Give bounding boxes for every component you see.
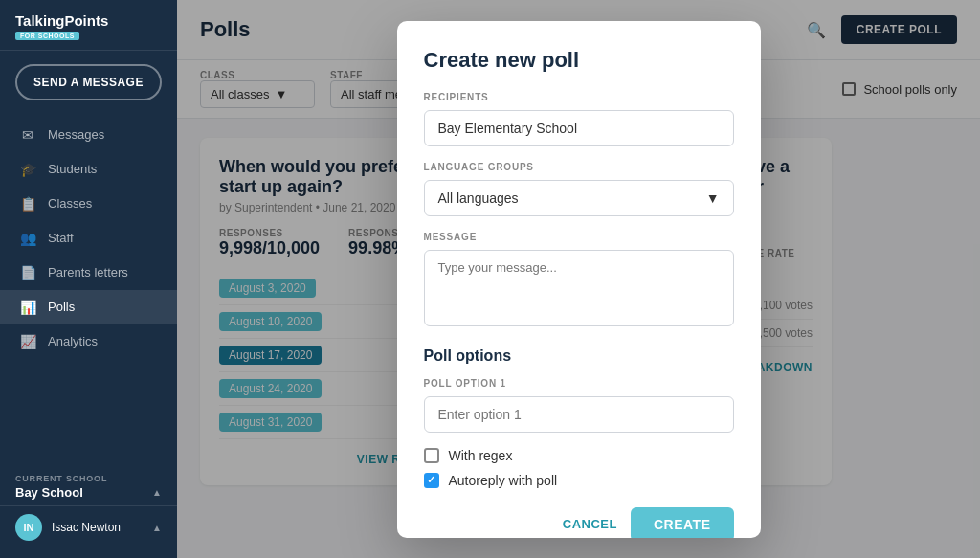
sidebar-label-messages: Messages xyxy=(48,127,104,142)
language-select[interactable]: All languages ▼ xyxy=(424,180,734,216)
create-button[interactable]: CREATE xyxy=(631,507,734,538)
sidebar-label-students: Students xyxy=(48,162,97,176)
recipients-label: RECIPIENTS xyxy=(424,92,734,102)
logo-sub: FOR SCHOOLS xyxy=(15,32,79,40)
user-row[interactable]: IN Issac Newton ▲ xyxy=(0,505,177,548)
sidebar-label-classes: Classes xyxy=(48,196,92,211)
sidebar-nav: ✉ Messages 🎓 Students 📋 Classes 👥 Staff … xyxy=(0,114,177,458)
students-icon: 🎓 xyxy=(19,162,36,177)
sidebar: TalkingPoints FOR SCHOOLS SEND A MESSAGE… xyxy=(0,0,177,558)
modal-overlay: Create new poll RECIPIENTS Bay Elementar… xyxy=(177,0,980,558)
sidebar-item-messages[interactable]: ✉ Messages xyxy=(0,118,177,152)
cancel-button[interactable]: CANCEL xyxy=(563,517,617,531)
autoreply-checkbox[interactable] xyxy=(424,473,439,488)
language-label: LANGUAGE GROUPS xyxy=(424,162,734,172)
poll-option-1-label: POLL OPTION 1 xyxy=(424,378,734,389)
modal-title: Create new poll xyxy=(424,48,734,73)
current-school-name[interactable]: Bay School ▲ xyxy=(0,485,177,505)
sidebar-item-classes[interactable]: 📋 Classes xyxy=(0,187,177,221)
school-chevron-icon: ▲ xyxy=(152,487,162,498)
logo-brand: TalkingPoints xyxy=(15,13,108,30)
sidebar-item-parents-letters[interactable]: 📄 Parents letters xyxy=(0,256,177,290)
message-label: MESSAGE xyxy=(424,232,734,242)
recipients-field[interactable]: Bay Elementary School xyxy=(424,110,734,146)
user-chevron-icon: ▲ xyxy=(152,523,162,533)
language-group: LANGUAGE GROUPS All languages ▼ xyxy=(424,162,734,216)
sidebar-item-students[interactable]: 🎓 Students xyxy=(0,152,177,187)
modal-footer: CANCEL CREATE xyxy=(424,507,734,538)
sidebar-label-parents-letters: Parents letters xyxy=(48,265,128,279)
sidebar-footer: CURRENT SCHOOL Bay School ▲ IN Issac New… xyxy=(0,458,177,558)
polls-icon: 📊 xyxy=(19,300,36,315)
message-textarea[interactable] xyxy=(424,250,734,326)
analytics-icon: 📈 xyxy=(19,334,36,349)
sidebar-label-staff: Staff xyxy=(48,231,74,245)
with-regex-row: With regex xyxy=(424,448,734,463)
message-group: MESSAGE xyxy=(424,232,734,330)
with-regex-checkbox[interactable] xyxy=(424,448,439,463)
send-message-button[interactable]: SEND A MESSAGE xyxy=(15,64,162,100)
poll-option-1-group: POLL OPTION 1 xyxy=(424,378,734,433)
language-chevron-icon: ▼ xyxy=(706,190,720,206)
recipients-group: RECIPIENTS Bay Elementary School xyxy=(424,92,734,146)
sidebar-item-staff[interactable]: 👥 Staff xyxy=(0,221,177,256)
with-regex-label: With regex xyxy=(449,448,513,463)
autoreply-row: Autoreply with poll xyxy=(424,473,734,488)
poll-option-1-input[interactable] xyxy=(424,396,734,433)
autoreply-label: Autoreply with poll xyxy=(449,473,558,488)
avatar: IN xyxy=(15,514,42,541)
main-content: Polls 🔍 CREATE POLL CLASS All classes ▼ … xyxy=(177,0,980,558)
sidebar-item-polls[interactable]: 📊 Polls xyxy=(0,290,177,324)
current-school-label: CURRENT SCHOOL xyxy=(0,468,177,485)
sidebar-logo: TalkingPoints FOR SCHOOLS xyxy=(0,0,177,51)
parents-letters-icon: 📄 xyxy=(19,265,36,280)
poll-options-heading: Poll options xyxy=(424,347,734,365)
language-value: All languages xyxy=(438,190,519,206)
sidebar-label-polls: Polls xyxy=(48,300,75,314)
create-poll-modal: Create new poll RECIPIENTS Bay Elementar… xyxy=(397,21,761,538)
sidebar-label-analytics: Analytics xyxy=(48,334,98,348)
user-name: Issac Newton xyxy=(52,521,143,534)
staff-icon: 👥 xyxy=(19,231,36,246)
classes-icon: 📋 xyxy=(19,196,36,212)
sidebar-item-analytics[interactable]: 📈 Analytics xyxy=(0,324,177,359)
messages-icon: ✉ xyxy=(19,127,36,143)
